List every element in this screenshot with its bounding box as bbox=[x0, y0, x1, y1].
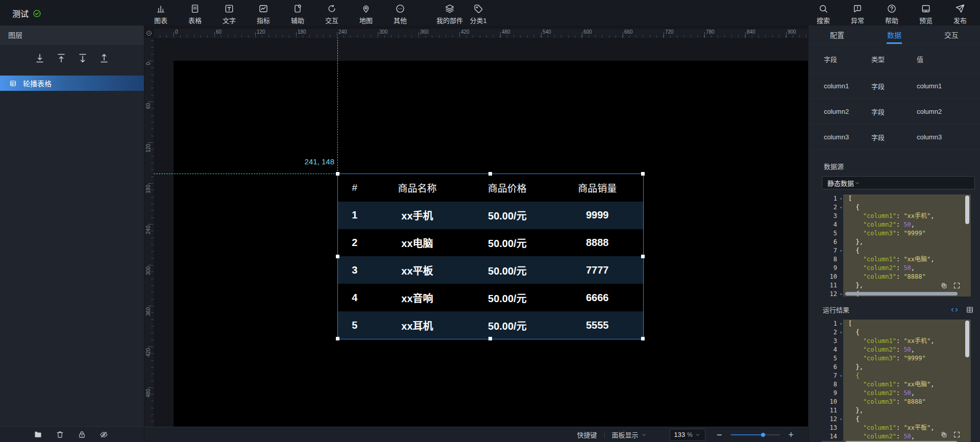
field-cell: column2 bbox=[824, 108, 871, 115]
layers-panel: 图层 轮播表格 bbox=[0, 26, 144, 442]
zoom-in-button[interactable]: + bbox=[788, 430, 794, 439]
grid-icon[interactable] bbox=[966, 306, 974, 314]
publish-tool[interactable]: 发布 bbox=[947, 0, 973, 26]
lock-button[interactable] bbox=[78, 430, 86, 439]
table-cell: 50.00/元 bbox=[463, 318, 551, 333]
other-icon bbox=[395, 4, 405, 14]
zoom-slider[interactable] bbox=[731, 434, 780, 435]
error-tool[interactable]: 异常 bbox=[845, 0, 870, 26]
carousel-table-widget[interactable]: #商品名称商品价格商品销量1xx手机50.00/元99992xx电脑50.00/… bbox=[337, 174, 644, 339]
fullscreen-icon[interactable] bbox=[953, 282, 961, 289]
code-icon[interactable] bbox=[950, 306, 959, 314]
canvas-area[interactable]: 241, 148 #商品名称商品价格商品销量1xx手机50.00/元99992x… bbox=[154, 38, 808, 427]
table-cell: 3 bbox=[338, 264, 372, 276]
zoom-out-button[interactable]: − bbox=[717, 430, 722, 439]
vertical-scrollbar[interactable] bbox=[965, 321, 969, 357]
ruler-label: 840 bbox=[747, 29, 755, 35]
resize-handle[interactable] bbox=[336, 172, 339, 176]
code-text: { bbox=[843, 203, 860, 212]
field-row[interactable]: column2字段column2 bbox=[808, 99, 980, 125]
layer-item-carousel-table[interactable]: 轮播表格 bbox=[0, 76, 144, 91]
fold-arrow-icon[interactable]: ▾ bbox=[840, 194, 842, 203]
chart-tool[interactable]: 图表 bbox=[146, 0, 175, 25]
datasource-select[interactable]: 静态数据 bbox=[822, 176, 975, 189]
preview-tool[interactable]: 预览 bbox=[913, 0, 939, 26]
panel-display-button[interactable]: 面板显示 bbox=[612, 430, 647, 439]
field-row[interactable]: column1字段column1 bbox=[808, 73, 980, 99]
resize-handle[interactable] bbox=[336, 337, 339, 340]
ruler-tick bbox=[148, 265, 154, 265]
resize-handle[interactable] bbox=[641, 255, 645, 258]
fold-arrow-icon[interactable]: ▾ bbox=[840, 415, 842, 424]
static-data-editor[interactable]: 1▾[2▾ {3 "column1": "xx手机",4 "column2": … bbox=[822, 194, 971, 297]
table-cell: 商品价格 bbox=[463, 181, 551, 194]
ruler-label: 660 bbox=[624, 29, 633, 35]
tool-label: 异常 bbox=[851, 15, 864, 25]
custom-component-toolbar: 我的部件 分类1 bbox=[435, 0, 493, 25]
field-row[interactable]: column3字段column3 bbox=[808, 125, 980, 150]
move-top-button[interactable] bbox=[55, 52, 67, 64]
ruler-tick bbox=[378, 32, 378, 38]
code-text: { bbox=[843, 247, 860, 255]
field-cell: 字段 bbox=[871, 107, 917, 116]
tab-配置[interactable]: 配置 bbox=[808, 26, 866, 44]
line-number: 14 bbox=[822, 432, 843, 441]
fold-arrow-icon[interactable]: ▾ bbox=[840, 372, 842, 380]
field-cell: column2 bbox=[917, 108, 980, 115]
zoom-level-select[interactable]: 133 % bbox=[670, 429, 705, 441]
copy-icon[interactable] bbox=[940, 431, 948, 438]
table-cell: # bbox=[338, 182, 372, 193]
other-tool[interactable]: 其他 bbox=[386, 0, 414, 25]
eye-off-button[interactable] bbox=[100, 430, 108, 439]
text-tool[interactable]: 文字 bbox=[215, 0, 243, 25]
table-row: 2xx电脑50.00/元8888 bbox=[338, 229, 643, 257]
interact-tool[interactable]: 交互 bbox=[317, 0, 346, 25]
fold-arrow-icon[interactable]: ▾ bbox=[840, 203, 842, 212]
move-down-button[interactable] bbox=[77, 52, 89, 64]
search-tool[interactable]: 搜索 bbox=[811, 0, 836, 26]
resize-handle[interactable] bbox=[488, 172, 492, 176]
table-tool[interactable]: 表格 bbox=[181, 0, 209, 25]
folder-button[interactable] bbox=[34, 430, 42, 439]
line-number: 5 bbox=[822, 354, 843, 363]
table-cell: 8888 bbox=[552, 237, 643, 249]
component-toolbar: 图表 表格 文字 指标 辅助 交互 地图 其他 bbox=[146, 0, 414, 25]
code-text: }, bbox=[843, 238, 863, 247]
fold-arrow-icon[interactable]: ▾ bbox=[840, 247, 842, 255]
tool-label: 分类1 bbox=[470, 15, 486, 25]
fullscreen-icon[interactable] bbox=[953, 431, 961, 438]
horizontal-scrollbar[interactable] bbox=[845, 292, 958, 296]
category-tool[interactable]: 分类1 bbox=[464, 0, 493, 25]
help-tool[interactable]: 帮助 bbox=[879, 0, 904, 26]
ruler-tick bbox=[541, 32, 542, 38]
interact-icon bbox=[327, 4, 337, 14]
table-cell: 2 bbox=[338, 237, 372, 249]
fold-arrow-icon[interactable]: ▾ bbox=[840, 328, 842, 337]
move-bottom-button[interactable] bbox=[34, 52, 46, 64]
layers-footer-toolbar bbox=[0, 426, 144, 442]
shortcut-keys-button[interactable]: 快捷键 bbox=[577, 430, 597, 439]
resize-handle[interactable] bbox=[336, 255, 339, 258]
fold-arrow-icon[interactable]: ▾ bbox=[840, 290, 842, 297]
tool-label: 指标 bbox=[257, 15, 270, 25]
fold-arrow-icon[interactable]: ▾ bbox=[840, 320, 842, 328]
ruler-tick bbox=[623, 32, 623, 38]
run-result-editor[interactable]: 1▾[2▾ {3 "column1": "xx手机",4 "column2": … bbox=[822, 320, 971, 442]
resize-handle[interactable] bbox=[641, 337, 645, 340]
move-up-button[interactable] bbox=[98, 52, 110, 64]
tool-label: 图表 bbox=[154, 15, 167, 25]
tab-数据[interactable]: 数据 bbox=[866, 26, 923, 44]
resize-handle[interactable] bbox=[488, 337, 492, 340]
map-tool[interactable]: 地图 bbox=[352, 0, 380, 25]
resize-handle[interactable] bbox=[641, 172, 645, 176]
widgets-tool[interactable]: 我的部件 bbox=[435, 0, 464, 25]
indicator-tool[interactable]: 指标 bbox=[249, 0, 278, 25]
trash-button[interactable] bbox=[56, 430, 64, 439]
zoom-slider-thumb[interactable] bbox=[761, 433, 765, 437]
assist-tool[interactable]: 辅助 bbox=[283, 0, 312, 25]
code-line: 8 "column1": "xx电脑", bbox=[822, 380, 971, 389]
copy-icon[interactable] bbox=[940, 282, 948, 289]
vertical-scrollbar[interactable] bbox=[965, 195, 969, 224]
tab-交互[interactable]: 交互 bbox=[923, 26, 980, 44]
line-number: 11 bbox=[822, 406, 843, 415]
